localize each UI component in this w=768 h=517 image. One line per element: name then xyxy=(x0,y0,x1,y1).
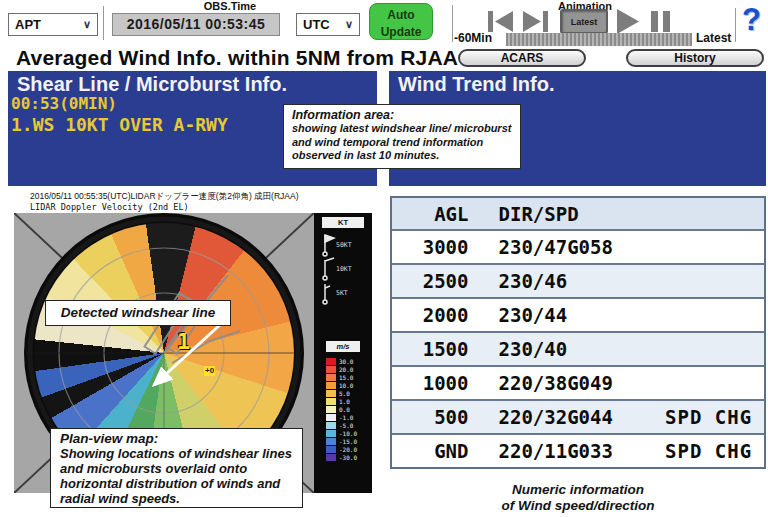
planview-callout-title: Plan-view map: xyxy=(60,431,293,446)
colorbar-entry: -10.0 xyxy=(326,429,357,437)
colorbar-entry: -20.0 xyxy=(326,445,357,453)
colorbar-entry: -15.0 xyxy=(326,437,357,445)
pause-icon xyxy=(651,11,670,32)
wind-barb-icon xyxy=(320,281,336,305)
information-area-callout: Information area: showing latest windshe… xyxy=(283,104,521,169)
table-caption-line: Numeric information xyxy=(390,482,766,498)
chevron-down-icon: ∨ xyxy=(83,18,91,31)
dirspd-value: 220/11G033 xyxy=(499,440,666,462)
obs-time-label: OBS.Time xyxy=(150,0,310,12)
planview-callout-line: Showing locations of windshear lines xyxy=(60,446,293,461)
colorbar-entry: 10.0 xyxy=(326,381,357,389)
change-note: SPD CHG xyxy=(665,440,764,462)
colorbar-entry: -30.0 xyxy=(326,453,357,461)
colorbar-entry: 1.0 xyxy=(326,397,357,405)
table-row: GND 220/11G033 SPD CHG xyxy=(392,433,764,467)
colorbar-entry: 30.0 xyxy=(326,357,357,365)
dirspd-value: 220/38G049 xyxy=(499,372,666,394)
agl-header: AGL xyxy=(392,203,469,225)
lidar-planview-image: 2016/05/11 00:55:35(UTC)LIDARドップラー速度(第2仰… xyxy=(8,188,372,510)
change-note: SPD CHG xyxy=(665,406,764,428)
chevron-down-icon: ∨ xyxy=(345,18,353,31)
site-select-value: APT xyxy=(15,17,41,32)
lidar-caption-en: LIDAR Doppler Velocity (2nd EL) xyxy=(30,202,189,212)
latest-frame-button[interactable]: Latest xyxy=(560,9,608,34)
site-select[interactable]: APT ∨ xyxy=(8,13,98,36)
help-icon[interactable]: ? xyxy=(742,2,761,38)
table-header-row: AGL DIR/SPD xyxy=(392,198,764,229)
agl-value: GND xyxy=(392,440,469,462)
planview-callout: Plan-view map: Showing locations of wind… xyxy=(50,428,303,508)
info-callout-title: Information area: xyxy=(292,108,512,122)
colorbar-entry: -5.0 xyxy=(326,421,357,429)
microburst-marker: +0 xyxy=(204,366,215,376)
table-caption-line: of Wind speed/direction xyxy=(390,498,766,514)
plot-legend-column: KT 50KT10KT5KT m/s 30.020.015.010.05.01.… xyxy=(314,213,372,493)
pause-button[interactable] xyxy=(651,11,670,35)
colorbar-entry: -1.0 xyxy=(326,413,357,421)
agl-value: 2000 xyxy=(392,304,469,326)
wind-trend-table: AGL DIR/SPD 3000 230/47G058 2500 230/46 … xyxy=(390,196,766,469)
barb-legend-items: 50KT10KT5KT xyxy=(320,233,370,305)
dirspd-value: 230/46 xyxy=(499,270,666,292)
info-callout-line: and wind temporal trend information xyxy=(292,136,512,150)
planview-callout-line: horizontal distribution of winds and xyxy=(60,476,293,491)
info-callout-line: showing latest windshear line/ microburs… xyxy=(292,122,512,136)
slider-start-label: -60Min xyxy=(454,31,492,45)
colorbar-entry: 5.0 xyxy=(326,389,357,397)
agl-value: 500 xyxy=(392,406,469,428)
colorbar-unit: m/s xyxy=(326,341,360,352)
table-row: 2000 230/44 xyxy=(392,297,764,331)
auto-update-button[interactable]: Auto Update xyxy=(369,3,433,40)
page-title: Averaged Wind Info. within 5NM from RJAA xyxy=(16,46,458,70)
timezone-select-value: UTC xyxy=(303,17,330,32)
barb-legend-item: 5KT xyxy=(320,281,370,305)
acars-button[interactable]: ACARS xyxy=(458,49,586,67)
dirspd-value: 230/40 xyxy=(499,338,666,360)
table-caption: Numeric information of Wind speed/direct… xyxy=(390,482,766,514)
table-row: 3000 230/47G058 xyxy=(392,229,764,263)
agl-value: 3000 xyxy=(392,236,469,258)
table-row: 500 220/32G044 SPD CHG xyxy=(392,399,764,433)
wind-barb-icon xyxy=(320,257,336,281)
barb-legend-title: KT xyxy=(322,217,364,228)
barb-legend-item: 10KT xyxy=(320,257,370,281)
play-icon xyxy=(617,9,639,34)
animation-time-slider[interactable] xyxy=(506,33,692,46)
trend-panel-title: Wind Trend Info. xyxy=(398,73,554,96)
agl-value: 1000 xyxy=(392,372,469,394)
toolbar-divider xyxy=(103,6,104,40)
table-row: 1500 230/40 xyxy=(392,331,764,365)
planview-callout-line: radial wind speeds. xyxy=(60,491,293,506)
colorbar: 30.020.015.010.05.01.00.0-1.0-5.0-10.0-1… xyxy=(326,357,357,461)
info-callout-line: observed in last 10 minutes. xyxy=(292,149,512,163)
colorbar-entry: 20.0 xyxy=(326,365,357,373)
table-row: 2500 230/46 xyxy=(392,263,764,297)
dirspd-value: 230/44 xyxy=(499,304,666,326)
shear-panel-title: Shear Line / Microburst Info. xyxy=(17,73,287,96)
windshear-callout: Detected windshear line xyxy=(45,300,231,326)
obs-time-field[interactable]: 2016/05/11 00:53:45 xyxy=(112,13,280,36)
skip-forward-icon xyxy=(523,11,548,32)
planview-callout-line: and microbursts overlaid onto xyxy=(60,461,293,476)
agl-value: 1500 xyxy=(392,338,469,360)
shear-alert-text: 1.WS 10KT OVER A-RWY xyxy=(11,114,228,135)
barb-legend-item: 50KT xyxy=(320,233,370,257)
slider-end-label: Latest xyxy=(696,31,731,45)
dirspd-value: 230/47G058 xyxy=(499,236,666,258)
wind-info-app: APT ∨ OBS.Time 2016/05/11 00:53:45 UTC ∨… xyxy=(0,0,768,517)
colorbar-entry: 15.0 xyxy=(326,373,357,381)
toolbar-divider xyxy=(735,8,736,42)
dirspd-value: 220/32G044 xyxy=(499,406,666,428)
toolbar-divider xyxy=(452,5,453,42)
windshear-line-marker: 1 xyxy=(177,329,190,354)
colorbar-entry: 0.0 xyxy=(326,405,357,413)
dirspd-header: DIR/SPD xyxy=(499,203,666,225)
wind-barb-icon xyxy=(320,233,336,257)
timezone-select[interactable]: UTC ∨ xyxy=(296,13,360,36)
table-row: 1000 220/38G049 xyxy=(392,365,764,399)
agl-value: 2500 xyxy=(392,270,469,292)
history-button[interactable]: History xyxy=(626,49,764,67)
shear-obs-time: 00:53(0MIN) xyxy=(11,94,117,113)
skip-to-end-button[interactable] xyxy=(523,11,548,35)
